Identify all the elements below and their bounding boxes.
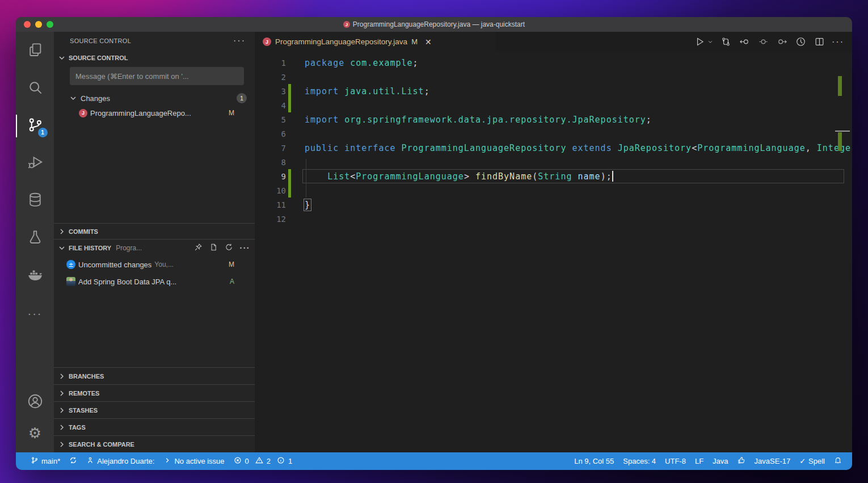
sidebar-item-run-debug[interactable] [22,150,49,177]
code-line[interactable]: 11 } [255,198,852,212]
gitlens-user-item[interactable]: Alejandro Duarte: [82,452,159,470]
problems-item[interactable]: 0 2 1 [229,452,297,470]
gear-icon: ⚙ [28,426,41,440]
pin-icon[interactable] [194,243,203,253]
settings-button[interactable]: ⚙ [22,419,49,447]
vscode-window: J ProgrammingLanguageRepository.java — j… [16,17,852,470]
section-source-control[interactable]: SOURCE CONTROL [54,50,255,66]
git-branch-icon [31,456,39,466]
split-editor-icon[interactable] [812,35,827,49]
refresh-icon[interactable] [225,243,233,253]
title-bar: J ProgrammingLanguageRepository.java — j… [16,17,852,32]
section-tags[interactable]: TAGS [54,418,255,435]
sidebar-item-source-control[interactable]: 1 [22,112,49,140]
next-change-icon[interactable] [774,35,789,49]
code-line[interactable]: 3 import java.util.List; [255,84,852,98]
history-item-commit[interactable]: Add Spring Boot Data JPA q... A [54,273,255,290]
info-icon [277,456,285,466]
gitlens-annotations-icon[interactable] [793,35,808,49]
gutter-indicator-icon[interactable] [756,35,770,49]
sidebar-item-database[interactable] [22,187,49,215]
bell-icon [834,456,842,466]
uncommitted-changes-icon: ± [66,260,75,269]
notifications-item[interactable] [829,452,846,470]
sync-icon [69,456,77,466]
tab-programminglanguagerepository[interactable]: J ProgrammingLanguageRepository.java M ✕ [255,32,496,52]
run-button[interactable] [692,35,707,49]
code-line[interactable]: 1 package com.example; [255,56,852,70]
changes-group-row[interactable]: Changes 1 [54,91,255,106]
sync-status-item[interactable] [65,452,82,470]
run-debug-icon [27,154,44,173]
chevron-right-icon [57,372,66,381]
code-editor[interactable]: 1 package com.example; 2 3 import java.u… [255,52,852,452]
code-line[interactable]: 12 [255,212,852,226]
chevron-right-icon [57,227,66,236]
run-dropdown-icon[interactable] [706,35,714,49]
accounts-button[interactable] [22,389,49,416]
database-icon [27,191,44,211]
open-changes-icon[interactable] [718,35,733,49]
chevron-down-icon [69,94,78,103]
code-line[interactable]: 5 import org.springframework.data.jpa.re… [255,112,852,127]
more-icon[interactable]: ··· [240,243,251,253]
source-control-sidebar: SOURCE CONTROL ··· SOURCE CONTROL Change… [54,32,255,452]
indentation-item[interactable]: Spaces: 4 [618,452,660,470]
warning-count: 2 [267,457,271,465]
java-file-icon: J [343,21,350,28]
status-bar: main* Alejandro Duarte: No active issue … [16,452,852,470]
jdk-item[interactable]: JavaSE-17 [750,452,795,470]
code-line-current[interactable]: 9 List<ProgrammingLanguage> findByName(S… [255,169,852,183]
ellipsis-icon: ··· [28,307,43,320]
issue-label: No active issue [174,457,224,465]
encoding-item[interactable]: UTF-8 [660,452,690,470]
section-commits[interactable]: COMMITS [54,223,255,239]
section-stashes[interactable]: STASHES [54,401,255,418]
previous-change-icon[interactable] [737,35,752,49]
section-label: COMMITS [69,228,98,235]
sidebar-item-testing[interactable] [22,225,49,252]
active-issue-item[interactable]: No active issue [159,452,229,470]
person-icon [86,456,94,466]
code-line[interactable]: 2 [255,70,852,84]
section-label: SEARCH & COMPARE [69,441,134,448]
file-icon[interactable] [209,243,218,253]
sidebar-item-more[interactable]: ··· [22,300,49,327]
section-branches[interactable]: BRANCHES [54,367,255,384]
java-file-icon: J [79,109,87,117]
sidebar-item-explorer[interactable] [22,37,49,65]
spell-checker-item[interactable]: ✓ Spell [795,452,829,470]
section-file-history[interactable]: FILE HISTORY Progra... ··· [54,239,255,256]
branch-status-item[interactable]: main* [26,452,65,470]
files-icon [27,41,44,61]
tab-bar: J ProgrammingLanguageRepository.java M ✕… [255,32,852,52]
section-search-and-compare[interactable]: SEARCH & COMPARE [54,435,255,452]
sidebar-item-search[interactable] [22,75,49,102]
commit-message-input[interactable] [70,67,244,85]
panel-more-actions-icon[interactable]: ··· [233,36,246,46]
more-actions-icon[interactable]: ··· [831,35,845,49]
close-icon[interactable]: ✕ [425,37,432,47]
changed-file-row[interactable]: J ProgrammingLanguageRepo... M [54,106,255,120]
chevron-right-icon [57,440,66,449]
history-item-uncommitted[interactable]: ± Uncommitted changes You,... M [54,256,255,273]
changes-count-badge: 1 [237,93,247,103]
code-line[interactable]: 4 [255,98,852,112]
warning-icon [255,456,263,466]
code-line[interactable]: 8 [255,155,852,169]
code-line[interactable]: 10 [255,183,852,198]
eol-item[interactable]: LF [690,452,708,470]
section-remotes[interactable]: REMOTES [54,384,255,401]
git-modified-gutter [288,183,291,198]
code-line[interactable]: 6 [255,127,852,141]
changed-file-name: ProgrammingLanguageRepo... [90,109,191,117]
code-line[interactable]: 7 public interface ProgrammingLanguageRe… [255,141,852,155]
cursor-position-item[interactable]: Ln 9, Col 55 [570,452,618,470]
error-count: 0 [245,457,249,465]
sidebar-item-docker[interactable] [22,262,49,289]
editor-group: J ProgrammingLanguageRepository.java M ✕… [255,32,852,452]
text-cursor [612,171,613,182]
java-file-icon: J [263,37,271,46]
language-mode-item[interactable]: Java [708,452,732,470]
java-status-item[interactable] [733,452,750,470]
